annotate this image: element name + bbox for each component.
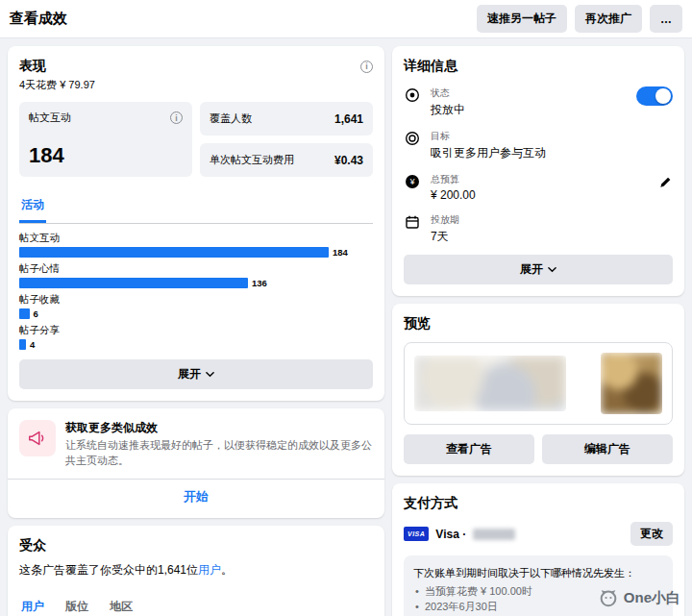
cost-label: 单次帖文互动费用 (210, 153, 294, 167)
start-button[interactable]: 开始 (19, 480, 373, 506)
audience-description: 这条广告覆盖了你受众中的1,641位用户。 (19, 562, 373, 579)
payment-method-row: VISA Visa · 更改 (404, 522, 673, 546)
payment-method-label: Visa · (435, 528, 466, 541)
expand-label: 展开 (178, 366, 201, 382)
primary-metric-box: 帖文互动 i 184 (19, 102, 192, 177)
goal-icon (404, 130, 421, 146)
right-column: 详细信息 状态 投放中 目标 吸引更多用户参与互动 (392, 46, 684, 616)
promote-again-button[interactable]: 再次推广 (575, 5, 642, 33)
primary-metric-value: 184 (29, 143, 183, 168)
performance-tabs: 活动 (19, 190, 373, 224)
performance-expand-button[interactable]: 展开 (19, 359, 373, 389)
activity-bar-label: 帖文互动 (19, 232, 373, 245)
payment-title: 支付方式 (404, 495, 673, 512)
preview-box (404, 342, 673, 425)
goal-value: 吸引更多用户参与互动 (431, 145, 673, 161)
toggle-knob (655, 88, 671, 104)
status-label: 状态 (431, 86, 627, 100)
activity-bar-label: 帖子分享 (19, 324, 373, 337)
cost-metric-box: 单次帖文互动费用 ¥0.43 (200, 143, 373, 177)
main-content: 表现 i 4天花费 ¥ 79.97 帖文互动 i 184 覆盖人数 1,641 (0, 38, 692, 616)
ad-preview-image-blurred (414, 356, 566, 411)
status-value: 投放中 (431, 102, 627, 118)
goal-row: 目标 吸引更多用户参与互动 (404, 130, 673, 161)
details-expand-button[interactable]: 展开 (404, 255, 673, 284)
budget-row: ¥ 总预算 ¥ 200.00 (404, 173, 673, 202)
preview-card: 预览 查看广告 编辑广告 (392, 304, 684, 476)
recommendation-texts: 获取更多类似成效 让系统自动速推表现最好的帖子，以便获得稳定的成效以及更多公共主… (65, 420, 373, 469)
reach-metric-box: 覆盖人数 1,641 (200, 102, 373, 136)
details-card: 详细信息 状态 投放中 目标 吸引更多用户参与互动 (392, 46, 684, 296)
activity-bar (19, 339, 26, 350)
activity-bar-value: 4 (30, 339, 35, 350)
activity-bar-value: 6 (34, 308, 38, 319)
audience-users-link[interactable]: 用户 (198, 563, 221, 577)
activity-bar-row: 帖子分享4 (19, 324, 373, 350)
info-icon[interactable]: i (360, 61, 373, 73)
activity-bar-value: 136 (252, 278, 267, 288)
calendar-icon (404, 213, 421, 230)
audience-card: 受众 这条广告覆盖了你受众中的1,641位用户。 用户 版位 地区 71.6% … (8, 526, 384, 616)
tab-activity[interactable]: 活动 (19, 190, 46, 223)
svg-text:¥: ¥ (409, 177, 415, 186)
schedule-label: 投放期 (431, 213, 673, 227)
goal-label: 目标 (431, 130, 673, 143)
change-payment-button[interactable]: 更改 (630, 522, 673, 546)
performance-title: 表现 (19, 58, 46, 75)
chevron-down-icon (548, 265, 556, 274)
top-bar: 查看成效 速推另一帖子 再次推广 … (0, 0, 692, 38)
page-title: 查看成效 (10, 10, 67, 28)
activity-bar (19, 308, 30, 319)
primary-metric-label: 帖文互动 (29, 111, 71, 125)
activity-chart: 帖文互动184帖子心情136帖子收藏6帖子分享4 (19, 232, 373, 350)
schedule-row: 投放期 7天 (404, 213, 673, 245)
details-title: 详细信息 (404, 58, 673, 75)
edit-ad-button[interactable]: 编辑广告 (542, 434, 673, 464)
reach-label: 覆盖人数 (210, 111, 252, 126)
info-icon[interactable]: i (170, 111, 183, 124)
audience-title: 受众 (19, 537, 373, 554)
status-row: 状态 投放中 (404, 86, 673, 118)
chevron-down-icon (206, 370, 214, 379)
tab-locations[interactable]: 地区 (108, 592, 135, 616)
activity-bar (19, 278, 248, 288)
more-options-button[interactable]: … (650, 5, 682, 33)
edit-budget-pencil-icon[interactable] (658, 173, 673, 193)
left-column: 表现 i 4天花费 ¥ 79.97 帖文互动 i 184 覆盖人数 1,641 (8, 46, 384, 616)
recommendation-title: 获取更多类似成效 (65, 420, 373, 436)
schedule-value: 7天 (431, 229, 673, 245)
preview-title: 预览 (404, 315, 673, 333)
audience-description-suffix: 。 (221, 563, 233, 577)
ad-thumbnail-blurred (601, 353, 662, 414)
performance-subtitle: 4天花费 ¥ 79.97 (19, 78, 373, 92)
billing-note: 下次账单到期时间取决于以下哪种情况先发生： (413, 565, 663, 581)
audience-tabs: 用户 版位 地区 (19, 592, 373, 616)
tab-users[interactable]: 用户 (19, 592, 46, 616)
boost-another-post-button[interactable]: 速推另一帖子 (477, 5, 567, 33)
budget-value: ¥ 200.00 (431, 188, 649, 202)
activity-bar-label: 帖子收藏 (19, 293, 373, 307)
activity-bar-row: 帖子心情136 (19, 262, 373, 288)
activity-bar-label: 帖子心情 (19, 262, 373, 276)
watermark: One小白 (598, 587, 680, 608)
activity-bar-row: 帖文互动184 (19, 232, 373, 258)
status-toggle[interactable] (636, 86, 673, 106)
performance-card: 表现 i 4天花费 ¥ 79.97 帖文互动 i 184 覆盖人数 1,641 (8, 46, 384, 401)
activity-bar-row: 帖子收藏6 (19, 293, 373, 319)
budget-icon: ¥ (404, 173, 421, 189)
megaphone-icon (19, 420, 56, 456)
status-icon (404, 86, 421, 103)
view-ad-button[interactable]: 查看广告 (404, 434, 534, 464)
watermark-text: One小白 (624, 589, 680, 607)
recommendation-description: 让系统自动速推表现最好的帖子，以便获得稳定的成效以及更多公共主页动态。 (65, 438, 373, 469)
tab-placements[interactable]: 版位 (63, 592, 90, 616)
recommendation-card: 获取更多类似成效 让系统自动速推表现最好的帖子，以便获得稳定的成效以及更多公共主… (8, 408, 384, 518)
header-actions: 速推另一帖子 再次推广 … (477, 5, 682, 33)
expand-label: 展开 (520, 261, 543, 278)
activity-bar-value: 184 (333, 247, 348, 258)
cost-value: ¥0.43 (334, 154, 363, 167)
metric-grid: 帖文互动 i 184 覆盖人数 1,641 单次帖文互动费用 ¥0.43 (19, 102, 373, 177)
panda-logo-icon (598, 587, 619, 608)
reach-value: 1,641 (334, 112, 363, 126)
visa-icon: VISA (404, 527, 429, 541)
